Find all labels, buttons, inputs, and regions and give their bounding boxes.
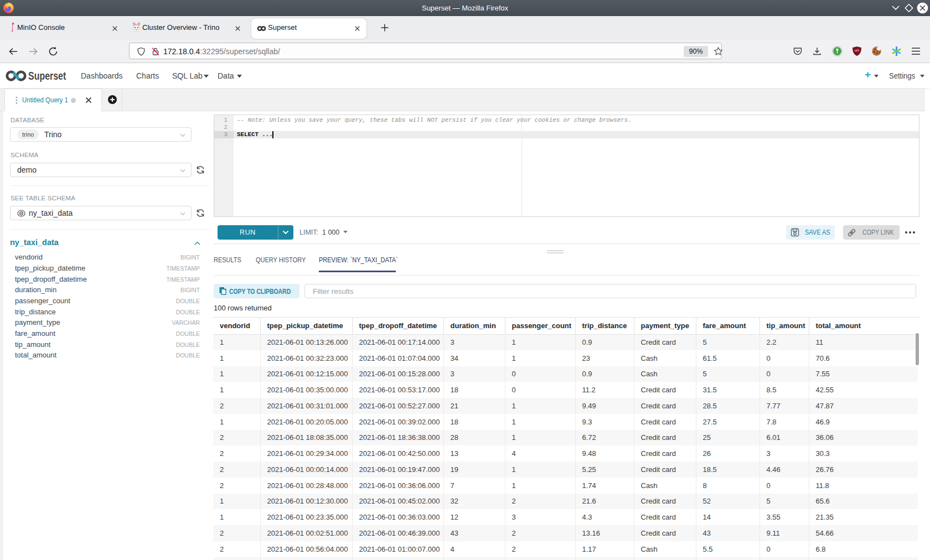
svg-text:uO: uO [855,49,859,52]
